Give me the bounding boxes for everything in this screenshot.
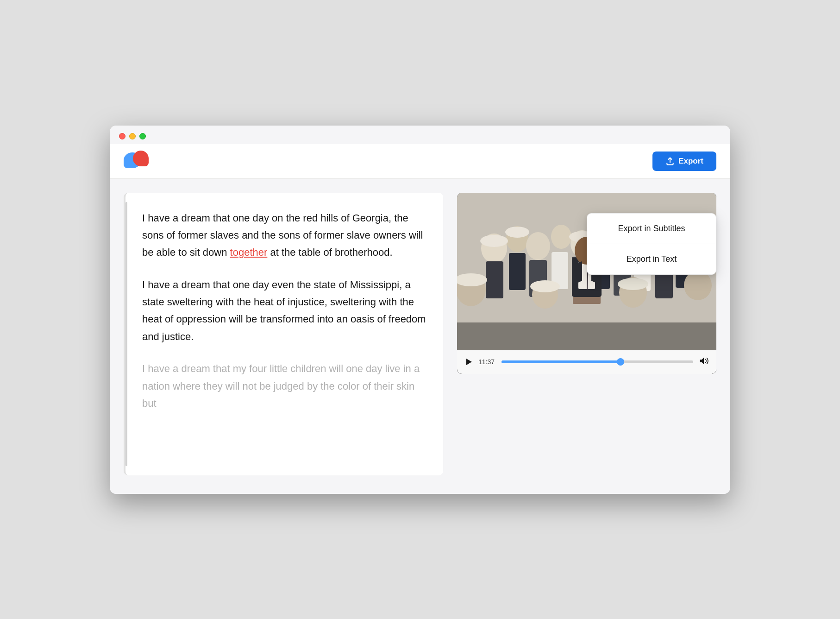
play-icon	[464, 358, 473, 366]
svg-marker-48	[466, 359, 472, 365]
logo	[124, 151, 149, 172]
minimize-button[interactable]	[129, 133, 136, 139]
transcript-paragraph-3: I have a dream that my four little child…	[142, 360, 426, 412]
close-button[interactable]	[119, 133, 125, 139]
transcript-p1-after: at the table of brotherhood.	[270, 246, 392, 258]
export-icon	[665, 157, 675, 166]
transcript-panel: I have a dream that one day on the red h…	[124, 193, 443, 475]
app-window: Export I have a dream that one day on th…	[110, 126, 730, 494]
transcript-paragraph-2: I have a dream that one day even the sta…	[142, 276, 426, 346]
titlebar	[110, 126, 730, 144]
progress-thumb	[617, 358, 624, 366]
header: Export	[110, 144, 730, 179]
play-button[interactable]	[464, 358, 473, 366]
logo-bubble-red	[133, 151, 149, 166]
transcript-highlight-word: together	[230, 246, 268, 258]
time-display: 11:37	[478, 358, 496, 366]
progress-fill	[501, 360, 621, 363]
left-bar	[125, 202, 127, 466]
export-subtitles-option[interactable]: Export in Subtitles	[587, 214, 716, 244]
export-text-option[interactable]: Export in Text	[587, 244, 716, 274]
maximize-button[interactable]	[139, 133, 146, 139]
export-text-label: Export in Text	[627, 254, 677, 264]
volume-button[interactable]	[699, 356, 709, 368]
export-button-label: Export	[678, 157, 703, 166]
progress-bar[interactable]	[501, 360, 693, 363]
export-subtitles-label: Export in Subtitles	[618, 224, 685, 233]
volume-icon	[699, 356, 709, 366]
export-dropdown-menu: Export in Subtitles Export in Text	[587, 213, 716, 275]
export-button[interactable]: Export	[652, 152, 716, 171]
logo-icon	[124, 151, 149, 172]
transcript-text: I have a dream that one day on the red h…	[142, 209, 426, 412]
video-controls: 11:37	[457, 350, 716, 374]
transcript-paragraph-1: I have a dream that one day on the red h…	[142, 209, 426, 261]
svg-marker-49	[700, 357, 704, 364]
main-content: I have a dream that one day on the red h…	[110, 179, 730, 494]
